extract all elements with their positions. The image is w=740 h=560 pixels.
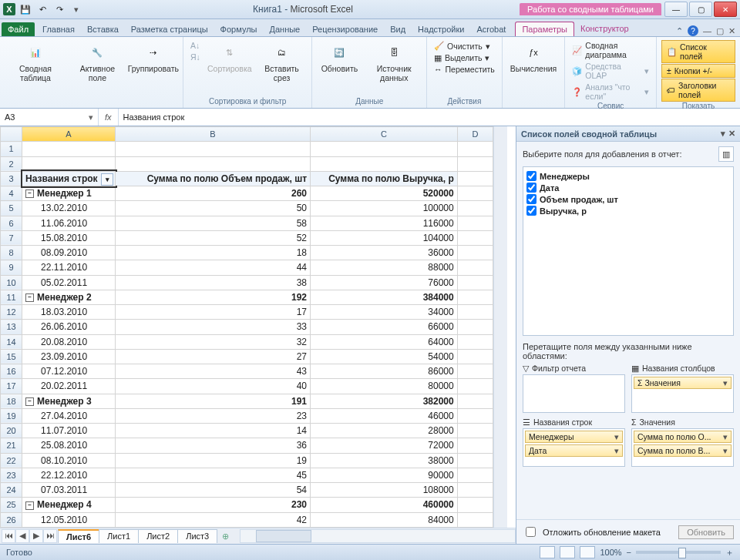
formula-input[interactable]: Названия строк (119, 112, 740, 122)
zone-item[interactable]: Сумма по полю О...▾ (634, 431, 732, 443)
row-header-9[interactable]: 9 (1, 260, 22, 275)
insert-slicer-button[interactable]: 🗂 Вставить срез (257, 40, 308, 84)
field-checkbox[interactable] (526, 183, 536, 193)
cell[interactable]: 33 (116, 320, 311, 334)
cell[interactable]: 23 (116, 408, 311, 423)
sort-asc-button[interactable]: A↓ (188, 40, 203, 51)
layout-options-button[interactable]: ▥ (718, 146, 734, 162)
cell[interactable]: 34000 (311, 305, 458, 320)
sheet-tab-Лист6[interactable]: Лист6 (58, 529, 99, 543)
zoom-value[interactable]: 100% (600, 548, 621, 557)
row-header-24[interactable]: 24 (1, 483, 22, 498)
cell[interactable]: 86000 (311, 364, 458, 379)
zone-item-dropdown-icon[interactable]: ▾ (614, 432, 619, 441)
cell[interactable]: 18.03.2010 (22, 305, 116, 320)
cell[interactable]: 100000 (311, 201, 458, 216)
zone-item-dropdown-icon[interactable]: ▾ (723, 432, 728, 441)
cell[interactable]: 27.04.2010 (22, 408, 116, 423)
zone-item[interactable]: Σ Значения▾ (634, 377, 732, 389)
col-header-A[interactable]: A (22, 127, 116, 142)
plus-minus-toggle[interactable]: ±Кнопки +/- (661, 64, 735, 78)
zone-item-dropdown-icon[interactable]: ▾ (614, 446, 619, 455)
cell[interactable]: 66000 (311, 320, 458, 334)
row-header-10[interactable]: 10 (1, 275, 22, 290)
cell[interactable]: 42 (116, 512, 311, 528)
namebox-dropdown-icon[interactable]: ▾ (89, 112, 93, 122)
defer-update-checkbox[interactable] (526, 527, 536, 537)
cell[interactable]: 28000 (311, 424, 458, 438)
pivot-colC-header[interactable]: Сумма по полю Выручка, р (311, 171, 458, 186)
row-header-23[interactable]: 23 (1, 468, 22, 482)
pivot-chart-button[interactable]: 📈Сводная диаграмма (570, 40, 651, 60)
row-header-26[interactable]: 26 (1, 512, 22, 528)
sheet-nav-prev-icon[interactable]: ◀ (15, 529, 29, 543)
doc-close-icon[interactable]: ✕ (728, 26, 735, 36)
zone-item[interactable]: Сумма по полю В...▾ (634, 444, 732, 457)
field-item[interactable]: Дата (526, 182, 730, 193)
cell[interactable]: 382000 (311, 394, 458, 408)
row-header-16[interactable]: 16 (1, 364, 22, 379)
undo-icon[interactable]: ↶ (35, 2, 49, 16)
col-header-B[interactable]: B (116, 127, 311, 142)
view-page-break-button[interactable] (580, 546, 595, 558)
cell[interactable]: −Менеджер 2 (22, 290, 116, 304)
row-header-12[interactable]: 12 (1, 305, 22, 320)
field-item[interactable]: Выручка, р (526, 205, 730, 216)
zone-item[interactable]: Дата▾ (525, 444, 623, 457)
cell[interactable]: 44 (116, 260, 311, 275)
cell[interactable]: 32 (116, 334, 311, 349)
doc-minimize-icon[interactable]: — (703, 26, 711, 35)
tab-Формулы[interactable]: Формулы (214, 22, 264, 36)
cell[interactable]: 116000 (311, 216, 458, 230)
row-header-8[interactable]: 8 (1, 246, 22, 260)
qat-dropdown-icon[interactable]: ▾ (69, 2, 83, 16)
sheet-nav-next-icon[interactable]: ▶ (29, 529, 43, 543)
cell[interactable]: 36 (116, 438, 311, 453)
cell[interactable]: 46000 (311, 408, 458, 423)
col-header-C[interactable]: C (311, 127, 458, 142)
maximize-button[interactable]: ▢ (689, 2, 712, 17)
cell[interactable]: 384000 (311, 290, 458, 304)
cell[interactable]: 17 (116, 305, 311, 320)
cell[interactable]: 38000 (311, 453, 458, 468)
minimize-button[interactable]: — (664, 2, 688, 17)
field-item[interactable]: Менеджеры (526, 170, 730, 182)
cell[interactable]: 40 (116, 379, 311, 394)
zone-item[interactable]: Менеджеры▾ (525, 431, 623, 443)
cell[interactable]: 26.06.2010 (22, 320, 116, 334)
cell[interactable]: 76000 (311, 275, 458, 290)
cell[interactable]: 22.11.2010 (22, 260, 116, 275)
cell[interactable]: 88000 (311, 260, 458, 275)
cell[interactable]: 15.08.2010 (22, 230, 116, 245)
change-source-button[interactable]: 🗄 Источник данных (366, 40, 422, 84)
vertical-scrollbar[interactable] (493, 126, 507, 528)
cell[interactable]: 27 (116, 349, 311, 364)
grid[interactable]: ABCD123Названия строк▾Сумма по полю Объе… (0, 126, 516, 528)
help-icon[interactable]: ? (688, 25, 698, 36)
cell[interactable]: 11.07.2010 (22, 424, 116, 438)
field-checkbox[interactable] (526, 206, 536, 216)
sheet-nav-last-icon[interactable]: ⏭ (43, 529, 57, 543)
row-labels-filter-icon[interactable]: ▾ (101, 173, 113, 186)
sort-desc-button[interactable]: Я↓ (188, 52, 203, 62)
tab-Рецензирование[interactable]: Рецензирование (306, 22, 384, 36)
whatif-button[interactable]: ❓Анализ "что если"▾ (570, 82, 651, 102)
cell[interactable]: 20.02.2011 (22, 379, 116, 394)
cell[interactable]: 80000 (311, 379, 458, 394)
horizontal-scrollbar[interactable] (240, 529, 516, 543)
move-button[interactable]: ↔Переместить (432, 64, 497, 75)
cell[interactable]: −Менеджер 3 (22, 394, 116, 408)
row-header-3[interactable]: 3 (1, 171, 22, 186)
clear-button[interactable]: 🧹Очистить▾ (432, 40, 497, 52)
cell[interactable]: 460000 (311, 498, 458, 512)
field-list-box[interactable]: МенеджерыДатаОбъем продаж, штВыручка, р (523, 166, 734, 336)
sheet-tab-Лист2[interactable]: Лист2 (138, 529, 178, 543)
row-header-15[interactable]: 15 (1, 349, 22, 364)
collapse-icon[interactable]: − (25, 293, 34, 302)
zoom-out-icon[interactable]: − (627, 548, 631, 557)
cell[interactable]: 20.08.2010 (22, 334, 116, 349)
cell[interactable]: 14 (116, 424, 311, 438)
view-normal-button[interactable] (540, 546, 555, 558)
cell[interactable]: 520000 (311, 186, 458, 201)
pane-close-icon[interactable]: ✕ (728, 129, 735, 139)
